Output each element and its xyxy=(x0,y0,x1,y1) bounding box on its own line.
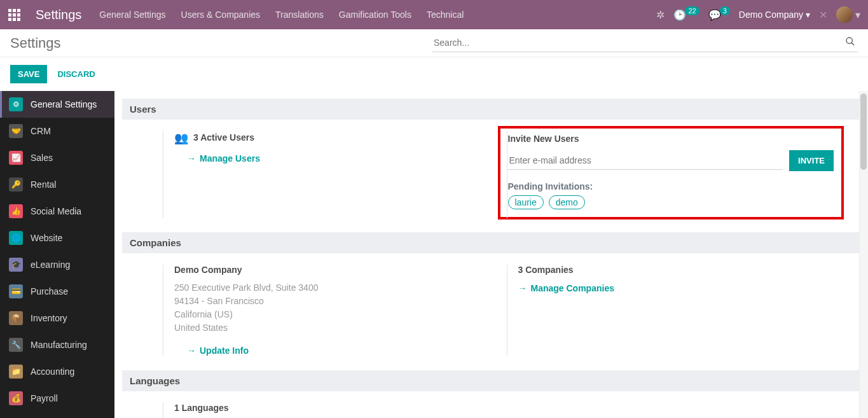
invite-row: INVITE xyxy=(508,150,834,171)
languages-count: 1 Languages xyxy=(174,403,495,413)
apps-icon[interactable] xyxy=(8,8,20,21)
company-address2: 94134 - San Francisco xyxy=(174,295,495,308)
section-body-companies: Demo Company 250 Executive Park Blvd, Su… xyxy=(137,253,850,370)
sidebar-item-payroll[interactable]: 💰Payroll xyxy=(0,385,114,412)
app-title[interactable]: Settings xyxy=(36,8,81,22)
credit-card-icon: 💳 xyxy=(9,284,23,298)
companies-count: 3 Companies xyxy=(518,265,839,275)
discard-button[interactable]: DISCARD xyxy=(55,65,97,83)
sidebar-item-elearning[interactable]: 🎓eLearning xyxy=(0,251,114,278)
boxes-icon: 📦 xyxy=(9,311,23,325)
sidebar-item-manufacturing[interactable]: 🔧Manufacturing xyxy=(0,331,114,358)
users-icon: 👥 xyxy=(174,131,188,145)
manage-companies-link[interactable]: →Manage Companies xyxy=(518,283,614,293)
section-body-users: 👥3 Active Users →Manage Users Invite New… xyxy=(137,120,850,232)
menu-general-settings[interactable]: General Settings xyxy=(97,6,168,24)
sidebar-item-social-media[interactable]: 👍Social Media xyxy=(0,198,114,225)
pending-pill[interactable]: laurie xyxy=(508,195,544,209)
sidebar-item-label: CRM xyxy=(31,126,51,136)
sidebar-item-label: Social Media xyxy=(31,206,81,216)
sidebar-item-rental[interactable]: 🔑Rental xyxy=(0,171,114,198)
sidebar-item-purchase[interactable]: 💳Purchase xyxy=(0,278,114,305)
subbar: Settings xyxy=(0,29,868,57)
section-title-languages: Languages xyxy=(122,370,860,391)
user-menu[interactable]: ▾ xyxy=(836,6,860,23)
invite-button[interactable]: INVITE xyxy=(789,150,834,171)
invite-title: Invite New Users xyxy=(508,134,834,144)
bug-icon[interactable]: ✲ xyxy=(656,9,665,21)
company-switcher[interactable]: Demo Company ▾ xyxy=(739,10,810,20)
settings-sidebar: ⚙General Settings 🤝CRM 📈Sales 🔑Rental 👍S… xyxy=(0,91,114,418)
sidebar-item-project[interactable]: 📋Project xyxy=(0,412,114,418)
pending-invitations-label: Pending Invitations: xyxy=(508,181,834,192)
menu-gamification[interactable]: Gamification Tools xyxy=(336,6,414,24)
sidebar-item-crm[interactable]: 🤝CRM xyxy=(0,118,114,144)
panel-active-users: 👥3 Active Users →Manage Users xyxy=(163,131,507,218)
topbar: Settings General Settings Users & Compan… xyxy=(0,0,868,29)
invite-box-highlight: Invite New Users INVITE Pending Invitati… xyxy=(499,127,843,218)
sidebar-item-website[interactable]: 🌐Website xyxy=(0,225,114,251)
settings-content: Users 👥3 Active Users →Manage Users Invi… xyxy=(114,91,868,418)
manage-users-label: Manage Users xyxy=(200,153,260,164)
sidebar-item-inventory[interactable]: 📦Inventory xyxy=(0,305,114,331)
sidebar-item-sales[interactable]: 📈Sales xyxy=(0,144,114,171)
arrow-right-icon: → xyxy=(518,283,527,293)
search-wrap xyxy=(432,34,858,52)
sidebar-item-label: Purchase xyxy=(31,286,68,296)
section-title-users: Users xyxy=(122,99,860,120)
menu-users-companies[interactable]: Users & Companies xyxy=(179,6,263,24)
company-address4: United States xyxy=(174,321,495,335)
search-input[interactable] xyxy=(432,34,843,52)
svg-line-1 xyxy=(851,43,854,45)
globe-icon: 🌐 xyxy=(9,231,23,245)
handshake-icon: 🤝 xyxy=(9,124,23,138)
body-area: ⚙General Settings 🤝CRM 📈Sales 🔑Rental 👍S… xyxy=(0,91,868,418)
update-company-link[interactable]: →Update Info xyxy=(187,345,249,356)
company-switch-label: Demo Company xyxy=(739,10,803,20)
manage-companies-label: Manage Companies xyxy=(531,283,614,293)
sidebar-item-label: Inventory xyxy=(31,313,67,323)
chat-icon: 💬 xyxy=(708,9,721,21)
sidebar-item-label: General Settings xyxy=(31,99,97,109)
panel-languages-right xyxy=(507,403,851,418)
update-company-label: Update Info xyxy=(200,345,249,356)
scrollbar-thumb[interactable] xyxy=(860,94,867,170)
active-users-heading: 👥3 Active Users xyxy=(174,131,495,145)
svg-point-0 xyxy=(846,38,852,43)
company-address1: 250 Executive Park Blvd, Suite 3400 xyxy=(174,281,495,295)
invite-email-input[interactable] xyxy=(508,151,783,170)
section-body-languages: 1 Languages →Manage Languages xyxy=(137,391,850,418)
debug-icon[interactable]: ✕ xyxy=(819,9,827,21)
activity-badge: 22 xyxy=(685,6,699,15)
graduation-cap-icon: 🎓 xyxy=(9,258,23,272)
breadcrumb: Settings xyxy=(10,35,417,52)
apps-grid-icon xyxy=(8,9,20,21)
sidebar-item-label: Website xyxy=(31,233,62,243)
menu-translations[interactable]: Translations xyxy=(273,6,326,24)
pending-pill[interactable]: demo xyxy=(549,195,585,209)
save-button[interactable]: SAVE xyxy=(10,65,47,83)
action-bar: SAVE DISCARD xyxy=(0,57,868,91)
chat-indicator[interactable]: 💬 3 xyxy=(708,9,730,21)
scrollbar-track[interactable] xyxy=(859,91,868,418)
topbar-right: ✲ 🕑 22 💬 3 Demo Company ▾ ✕ ▾ xyxy=(656,6,860,23)
pending-pills: laurie demo xyxy=(508,195,834,209)
sidebar-item-accounting[interactable]: 📁Accounting xyxy=(0,358,114,385)
arrow-right-icon: → xyxy=(187,153,196,164)
menu-technical[interactable]: Technical xyxy=(424,6,466,24)
company-address3: California (US) xyxy=(174,308,495,321)
arrow-right-icon: → xyxy=(187,345,196,356)
manage-users-link[interactable]: →Manage Users xyxy=(187,153,260,164)
sidebar-item-label: Payroll xyxy=(31,393,58,403)
company-name: Demo Company xyxy=(174,265,495,275)
wrench-icon: 🔧 xyxy=(9,338,23,352)
panel-invite-users: Invite New Users INVITE Pending Invitati… xyxy=(507,131,851,218)
folder-icon: 📁 xyxy=(9,365,23,379)
search-icon[interactable] xyxy=(843,36,858,49)
sidebar-item-label: Rental xyxy=(31,179,56,190)
active-users-count: 3 Active Users xyxy=(193,132,254,143)
caret-down-icon: ▾ xyxy=(855,9,860,21)
activity-indicator[interactable]: 🕑 22 xyxy=(673,9,699,21)
sidebar-item-general-settings[interactable]: ⚙General Settings xyxy=(0,91,114,118)
sidebar-item-label: Sales xyxy=(31,153,53,163)
